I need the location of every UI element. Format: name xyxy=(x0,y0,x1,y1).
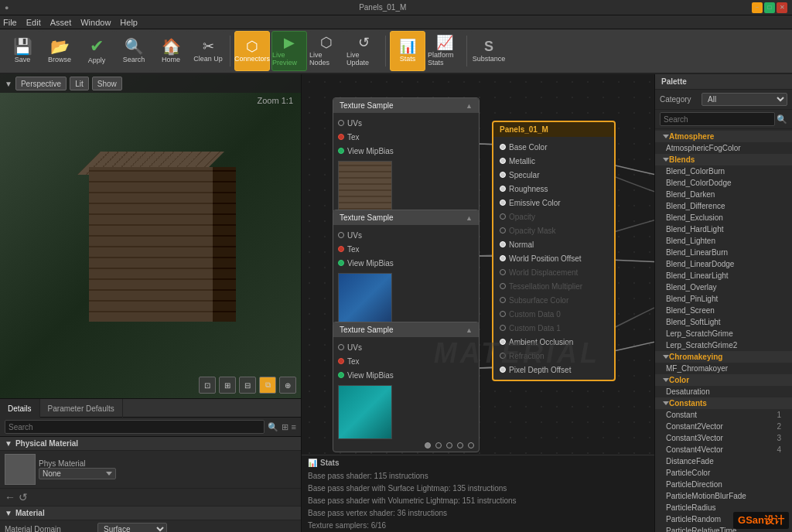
nav-icon-2[interactable]: ⊞ xyxy=(219,377,236,394)
menu-window[interactable]: Window xyxy=(80,18,111,27)
phys-reset-button[interactable]: ↺ xyxy=(19,491,28,503)
search-button[interactable]: 🔍 Search xyxy=(116,31,152,71)
minimize-button[interactable]: − xyxy=(752,2,763,13)
palette-item-pmblurfade[interactable]: ParticleMotionBlurFade xyxy=(655,490,792,502)
viewport: ▼ Perspective Lit Show Zoom 1:1 ⊡ ⊞ ⊟ ⧉ … xyxy=(0,74,301,399)
pin-dot-uvs-2[interactable] xyxy=(338,232,344,238)
pin-dot-tex-2[interactable] xyxy=(338,246,344,252)
menu-asset[interactable]: Asset xyxy=(50,18,72,27)
livepreview-button[interactable]: ▶ Live Preview xyxy=(271,31,307,71)
palette-item-blend-overlay[interactable]: Blend_Overlay xyxy=(655,281,792,293)
connectors-button[interactable]: ⬡ Connectors xyxy=(234,31,270,71)
pin-mipmias-1: View MipBias xyxy=(333,144,479,158)
search-icon-small: 🔍 xyxy=(268,422,278,432)
out-pin-refraction: Refraction xyxy=(493,349,614,363)
browse-button[interactable]: 📂 Browse xyxy=(42,31,77,71)
texture-node-3-body: UVs Tex View MipBias xyxy=(333,337,479,452)
palette-item-particlecolor[interactable]: ParticleColor xyxy=(655,467,792,479)
palette-item-constant2vector[interactable]: Constant2Vector2 xyxy=(655,421,792,432)
show-button[interactable]: Show xyxy=(92,77,122,90)
details-options-icon[interactable]: ≡ xyxy=(292,422,296,431)
home-button[interactable]: 🏠 Home xyxy=(153,31,189,71)
tab-details[interactable]: Details xyxy=(0,399,40,418)
texture-sample-node-1[interactable]: Texture Sample ▲ UVs Tex View MipBias xyxy=(333,97,480,228)
palette-item-blend-screen[interactable]: Blend_Screen xyxy=(655,305,792,316)
details-view-icon[interactable]: ⊞ xyxy=(282,422,288,432)
texture-sample-node-3[interactable]: Texture Sample ▲ UVs Tex View MipBias xyxy=(333,322,480,452)
palette-category-select[interactable]: All xyxy=(702,93,787,106)
stats-button[interactable]: 📊 Stats xyxy=(390,31,425,71)
palette-list: Atmosphere AtmosphericFogColor Blends Bl… xyxy=(655,129,792,532)
livenodes-button[interactable]: ⬡ Live Nodes xyxy=(309,31,344,71)
material-domain-select[interactable]: Surface xyxy=(97,523,167,532)
palette-item-blend-pinlight[interactable]: Blend_PinLight xyxy=(655,293,792,305)
pin-dot-tex-1[interactable] xyxy=(338,134,344,140)
palette-item-blend-colordodge[interactable]: Blend_ColorDodge xyxy=(655,177,792,189)
pin-dot-uvs-3[interactable] xyxy=(338,344,344,350)
palette-item-blend-difference[interactable]: Blend_Difference xyxy=(655,200,792,212)
cleanup-label: Clean Up xyxy=(193,55,223,63)
palette-item-lerp-scratchgrime2[interactable]: Lerp_ScratchGrime2 xyxy=(655,339,792,351)
texture-sample-node-2[interactable]: Texture Sample ▲ UVs Tex View MipBias xyxy=(333,210,480,340)
perspective-button[interactable]: Perspective xyxy=(15,77,67,90)
palette-item-particledirection[interactable]: ParticleDirection xyxy=(655,479,792,490)
palette-item-blend-exclusion[interactable]: Blend_Exclusion xyxy=(655,212,792,223)
palette-item-blend-lighten[interactable]: Blend_Lighten xyxy=(655,235,792,247)
details-search-input[interactable] xyxy=(5,420,265,434)
palette-item-blend-softlight[interactable]: Blend_SoftLight xyxy=(655,316,792,328)
palette-item-blend-darken[interactable]: Blend_Darken xyxy=(655,189,792,200)
apply-button[interactable]: ✔ Apply xyxy=(79,31,114,71)
close-button[interactable]: ✕ xyxy=(777,2,787,13)
palette-item-blend-linearlight[interactable]: Blend_LinearLight xyxy=(655,270,792,281)
cleanup-button[interactable]: ✂ Clean Up xyxy=(190,31,226,71)
menubar: File Edit Asset Window Help xyxy=(0,15,792,29)
output-pin-a-3[interactable] xyxy=(468,442,474,448)
palette-item-blend-colorburn[interactable]: Blend_ColorBurn xyxy=(655,165,792,177)
lit-button[interactable]: Lit xyxy=(70,77,89,90)
palette-item-atmosphericfogcolor[interactable]: AtmosphericFogColor xyxy=(655,142,792,154)
pin-dot-mip-1[interactable] xyxy=(338,148,344,154)
section-collapse-icon-2: ▼ xyxy=(5,509,12,517)
stat-line-3: Base pass shader with Volumetric Lightma… xyxy=(308,495,648,507)
nav-icon-3[interactable]: ⊟ xyxy=(239,377,256,394)
save-button[interactable]: 💾 Save xyxy=(5,31,40,71)
pin-dot-tex-3[interactable] xyxy=(338,358,344,364)
tab-parameter-defaults[interactable]: Parameter Defaults xyxy=(40,399,123,418)
palette-header: Palette xyxy=(655,74,792,90)
menu-help[interactable]: Help xyxy=(120,18,138,27)
nav-icon-1[interactable]: ⊡ xyxy=(199,377,216,394)
out-pin-metallic: Metallic xyxy=(493,154,614,168)
nav-icon-4[interactable]: ⧉ xyxy=(259,377,276,394)
output-pin-g-3[interactable] xyxy=(446,442,452,448)
maximize-button[interactable]: □ xyxy=(764,2,775,13)
gsanwm-watermark: GSan设计 xyxy=(733,512,789,529)
menu-edit[interactable]: Edit xyxy=(26,18,41,27)
pin-dot-uvs-1[interactable] xyxy=(338,120,344,126)
menu-file[interactable]: File xyxy=(3,18,17,27)
output-pin-rgba-3[interactable] xyxy=(425,442,431,448)
liveupdate-button[interactable]: ↺ Live Update xyxy=(346,31,381,71)
palette-item-blend-linearburn[interactable]: Blend_LinearBurn xyxy=(655,247,792,258)
stats-header: 📊 Stats xyxy=(308,459,648,467)
substance-button[interactable]: S Substance xyxy=(471,31,507,71)
output-pin-b-3[interactable] xyxy=(457,442,463,448)
node-editor[interactable]: Texture Sample ▲ UVs Tex View MipBias xyxy=(302,74,654,455)
output-node[interactable]: Panels_01_M Base Color Metallic Specular xyxy=(492,121,616,381)
palette-item-distancefade[interactable]: DistanceFade xyxy=(655,455,792,467)
pin-dot-mip-3[interactable] xyxy=(338,372,344,378)
output-pin-r-3[interactable] xyxy=(435,442,442,448)
palette-item-constant[interactable]: Constant1 xyxy=(655,409,792,421)
palette-item-blend-hardlight[interactable]: Blend_HardLight xyxy=(655,223,792,235)
palette-item-constant4vector[interactable]: Constant4Vector4 xyxy=(655,444,792,455)
palette-item-constant3vector[interactable]: Constant3Vector3 xyxy=(655,432,792,444)
palette-item-lerp-scratchgrime[interactable]: Lerp_ScratchGrime xyxy=(655,328,792,339)
window-title: Panels_01_M xyxy=(13,3,752,12)
palette-item-mf-chromakoyer[interactable]: MF_Chromakoyer xyxy=(655,363,792,374)
nav-icon-5[interactable]: ⊕ xyxy=(279,377,296,394)
platformstats-button[interactable]: 📈 Platform Stats xyxy=(427,31,463,71)
palette-search-input[interactable] xyxy=(660,112,775,126)
pin-dot-mip-2[interactable] xyxy=(338,260,344,266)
phys-material-dropdown[interactable]: None xyxy=(39,468,116,479)
palette-item-blend-lineardodge[interactable]: Blend_LinearDodge xyxy=(655,258,792,270)
palette-item-desaturation[interactable]: Desaturation xyxy=(655,386,792,397)
